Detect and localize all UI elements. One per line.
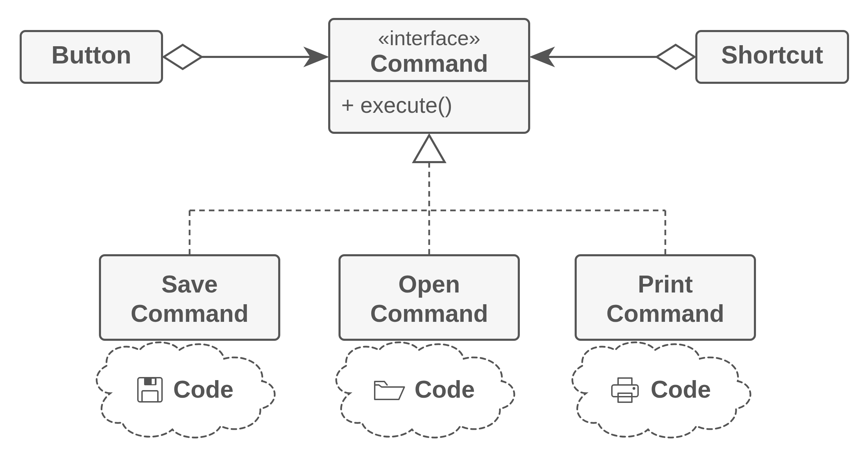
class-shortcut-label: Shortcut	[721, 41, 823, 69]
class-print-command-line2: Command	[606, 300, 724, 327]
svg-marker-10	[414, 135, 445, 162]
uml-diagram: Button Shortcut «interface» Command + ex…	[0, 0, 868, 476]
class-button: Button	[21, 31, 162, 83]
class-save-command: Save Command	[100, 255, 279, 340]
code-cloud-print: Code	[572, 343, 750, 438]
svg-marker-7	[657, 45, 695, 69]
class-open-command: Open Command	[340, 255, 519, 340]
class-button-label: Button	[51, 41, 131, 69]
realization-tree	[190, 135, 665, 255]
interface-stereotype: «interface»	[378, 27, 481, 50]
code-cloud-save: Code	[97, 343, 275, 438]
code-cloud-open: Code	[336, 343, 514, 438]
code-cloud-print-label: Code	[651, 376, 711, 403]
code-cloud-save-label: Code	[173, 376, 234, 403]
aggregation-button-command	[164, 45, 329, 69]
class-open-command-line1: Open	[398, 271, 460, 298]
class-open-command-line2: Command	[370, 300, 488, 327]
class-shortcut: Shortcut	[696, 31, 848, 83]
interface-name: Command	[370, 50, 488, 77]
class-save-command-line2: Command	[131, 300, 249, 327]
class-print-command-line1: Print	[638, 271, 693, 298]
svg-marker-4	[164, 45, 202, 69]
aggregation-shortcut-command	[529, 45, 695, 69]
svg-point-26	[633, 387, 635, 390]
class-save-command-line1: Save	[161, 271, 218, 298]
svg-rect-22	[152, 379, 155, 384]
interface-method-0: + execute()	[341, 93, 452, 118]
code-cloud-open-label: Code	[415, 376, 475, 403]
interface-command: «interface» Command + execute()	[329, 19, 529, 133]
class-print-command: Print Command	[576, 255, 755, 340]
